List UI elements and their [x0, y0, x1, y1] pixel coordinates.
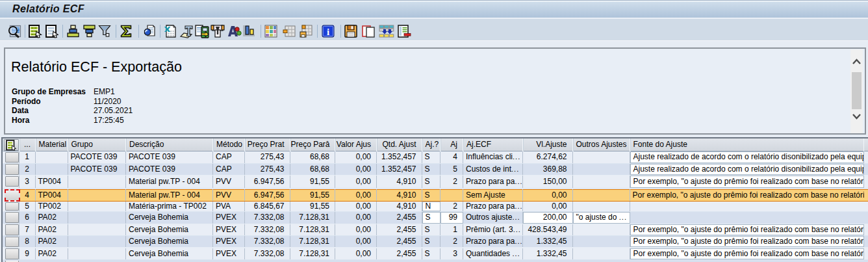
svg-text:i: i: [326, 27, 329, 37]
